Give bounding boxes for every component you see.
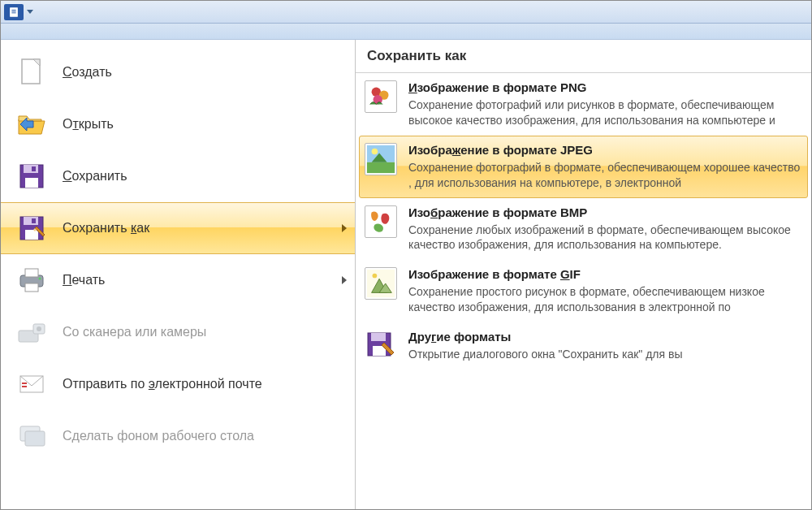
svg-point-39 bbox=[373, 274, 378, 279]
submenu-arrow-icon bbox=[342, 276, 347, 284]
app-menu-button[interactable] bbox=[4, 4, 24, 20]
option-bmp[interactable]: Изображение в формате BMP Сохранение люб… bbox=[356, 198, 811, 261]
other-formats-icon bbox=[365, 330, 397, 362]
option-jpeg[interactable]: Изображение в формате JPEG Сохранение фо… bbox=[359, 136, 808, 198]
menu-item-open[interactable]: Открыть bbox=[1, 98, 355, 150]
option-title: Другие форматы bbox=[408, 330, 802, 344]
svg-rect-7 bbox=[24, 165, 38, 173]
gif-format-icon bbox=[365, 267, 397, 300]
option-desc: Сохранение фотографий или рисунков в фор… bbox=[408, 97, 802, 128]
menu-label: Сделать фоном рабочего стола bbox=[63, 429, 254, 443]
scanner-camera-icon bbox=[15, 316, 48, 348]
svg-point-18 bbox=[39, 278, 41, 280]
desktop-background-icon bbox=[15, 420, 48, 452]
svg-rect-26 bbox=[25, 431, 45, 446]
app-window: Создать Открыть Сохранить bbox=[0, 0, 812, 510]
menu-label: Сохранить bbox=[63, 169, 127, 184]
menu-item-save[interactable]: Сохранить bbox=[1, 150, 355, 202]
printer-icon bbox=[15, 264, 48, 296]
svg-rect-17 bbox=[25, 283, 38, 292]
svg-rect-16 bbox=[25, 269, 38, 277]
submenu-arrow-icon bbox=[342, 224, 347, 232]
option-desc: Сохранение любых изображений в формате, … bbox=[408, 223, 802, 253]
svg-rect-0 bbox=[11, 7, 18, 16]
document-icon bbox=[8, 6, 19, 18]
option-gif[interactable]: Изображение в формате GIF Сохранение про… bbox=[356, 260, 811, 322]
menu-label: Сохранить как bbox=[63, 221, 149, 236]
folder-open-icon bbox=[15, 108, 48, 140]
menu-label: Со сканера или камеры bbox=[63, 325, 206, 339]
svg-rect-24 bbox=[22, 386, 27, 387]
menu-item-new[interactable]: Создать bbox=[1, 46, 355, 98]
menu-label: Отправить по электронной почте bbox=[63, 377, 262, 391]
envelope-icon bbox=[15, 368, 48, 400]
svg-rect-9 bbox=[32, 166, 36, 171]
chevron-down-icon bbox=[27, 10, 33, 15]
svg-rect-13 bbox=[32, 218, 36, 223]
svg-point-21 bbox=[37, 326, 41, 331]
qat-dropdown[interactable] bbox=[25, 4, 35, 20]
menu-item-save-as[interactable]: Сохранить как bbox=[1, 202, 355, 254]
svg-rect-41 bbox=[371, 333, 386, 341]
option-title: Изображение в формате PNG bbox=[408, 80, 802, 94]
svg-rect-8 bbox=[25, 178, 38, 188]
png-format-icon bbox=[365, 80, 397, 113]
file-menu: Создать Открыть Сохранить bbox=[1, 40, 811, 509]
menu-item-scanner: Со сканера или камеры bbox=[1, 306, 355, 358]
svg-rect-33 bbox=[367, 162, 395, 173]
floppy-saveas-icon bbox=[15, 212, 48, 244]
menu-label: Открыть bbox=[63, 117, 114, 132]
option-title: Изображение в формате GIF bbox=[408, 267, 802, 281]
save-as-submenu: Сохранить как Изображение в формате PNG … bbox=[356, 40, 811, 509]
svg-rect-11 bbox=[24, 217, 38, 225]
option-desc: Сохранение простого рисунок в формате, о… bbox=[408, 284, 802, 315]
menu-label: Печать bbox=[63, 273, 105, 287]
menu-item-email[interactable]: Отправить по электронной почте bbox=[1, 358, 355, 410]
menu-label: Создать bbox=[63, 65, 112, 80]
option-title: Изображение в формате JPEG bbox=[408, 143, 802, 157]
new-document-icon bbox=[15, 56, 48, 89]
save-format-list: Изображение в формате PNG Сохранение фот… bbox=[356, 73, 811, 509]
option-title: Изображение в формате BMP bbox=[408, 205, 802, 219]
menu-item-desktop-bg: Сделать фоном рабочего стола bbox=[1, 410, 355, 462]
option-desc: Открытие диалогового окна "Сохранить как… bbox=[408, 347, 802, 362]
bmp-format-icon bbox=[365, 205, 397, 238]
ribbon-tab-strip bbox=[1, 24, 811, 40]
submenu-header: Сохранить как bbox=[356, 40, 811, 73]
svg-point-32 bbox=[372, 148, 378, 154]
title-bar bbox=[1, 1, 811, 24]
floppy-save-icon bbox=[15, 160, 48, 192]
option-desc: Сохранение фотографий в формате, обеспеч… bbox=[408, 160, 802, 191]
menu-item-print[interactable]: Печать bbox=[1, 254, 355, 306]
jpeg-format-icon bbox=[365, 143, 397, 175]
option-png[interactable]: Изображение в формате PNG Сохранение фот… bbox=[356, 73, 811, 136]
option-other-formats[interactable]: Другие форматы Открытие диалогового окна… bbox=[356, 322, 811, 370]
svg-rect-12 bbox=[25, 230, 38, 240]
file-menu-left: Создать Открыть Сохранить bbox=[1, 40, 356, 509]
svg-rect-23 bbox=[22, 382, 27, 384]
